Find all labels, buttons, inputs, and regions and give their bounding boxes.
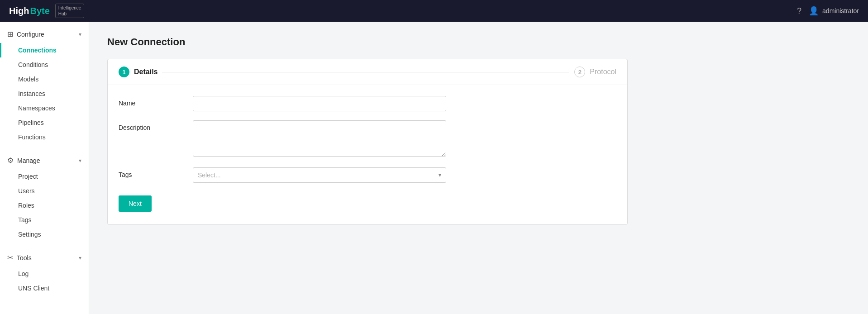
form-row-name: Name: [119, 96, 616, 111]
sidebar-item-tags[interactable]: Tags: [0, 213, 89, 227]
sidebar-item-connections[interactable]: Connections: [0, 43, 89, 57]
sidebar-section-tools: ✂ Tools ▾ Log UNS Client: [0, 245, 89, 299]
sidebar: ⊞ Configure ▾ Connections Conditions Mod…: [0, 22, 89, 314]
sidebar-item-settings[interactable]: Settings: [0, 227, 89, 242]
step1-badge: 1: [119, 67, 129, 77]
new-connection-form-card: 1 Details 2 Protocol Name: [107, 59, 628, 225]
form-steps-header: 1 Details 2 Protocol: [108, 59, 627, 85]
logo-byte: Byte: [30, 6, 49, 16]
step2-badge: 2: [574, 67, 585, 77]
tags-placeholder: Select...: [198, 171, 221, 179]
description-input[interactable]: [193, 120, 446, 157]
logo-tagline: Intelligence Hub: [55, 4, 85, 18]
sidebar-group-manage[interactable]: ⚙ Manage ▾: [0, 152, 89, 169]
sidebar-section-manage: ⚙ Manage ▾ Project Users Roles Tags Sett…: [0, 148, 89, 245]
manage-icon: ⚙: [7, 156, 14, 165]
sidebar-item-pipelines[interactable]: Pipelines: [0, 115, 89, 130]
sidebar-group-configure[interactable]: ⊞ Configure ▾: [0, 25, 89, 43]
sidebar-item-conditions[interactable]: Conditions: [0, 57, 89, 72]
name-input-wrap: [193, 96, 446, 111]
description-input-wrap: [193, 120, 446, 158]
configure-chevron-icon: ▾: [79, 31, 81, 38]
tags-label: Tags: [119, 167, 182, 178]
app-header: HighByte Intelligence Hub ? 👤 administra…: [0, 0, 868, 22]
logo: HighByte: [9, 6, 50, 16]
tags-select-wrapper: Select... ▾: [193, 167, 446, 183]
description-label: Description: [119, 120, 182, 131]
sidebar-item-roles[interactable]: Roles: [0, 198, 89, 213]
header-left: HighByte Intelligence Hub: [9, 4, 84, 18]
sidebar-item-uns-client[interactable]: UNS Client: [0, 281, 89, 295]
configure-icon: ⊞: [7, 30, 13, 38]
logo-high: High: [9, 6, 29, 16]
step-divider: [162, 72, 569, 72]
sidebar-item-models[interactable]: Models: [0, 72, 89, 86]
manage-chevron-icon: ▾: [79, 157, 81, 164]
next-button[interactable]: Next: [119, 195, 152, 212]
help-icon[interactable]: ?: [797, 6, 801, 16]
sidebar-item-log[interactable]: Log: [0, 266, 89, 281]
sidebar-item-namespaces[interactable]: Namespaces: [0, 101, 89, 115]
manage-label: Manage: [17, 157, 40, 164]
chevron-down-icon: ▾: [439, 172, 441, 178]
step2-label: Protocol: [590, 68, 616, 76]
header-right: ? 👤 administrator: [797, 6, 859, 16]
sidebar-group-tools[interactable]: ✂ Tools ▾: [0, 249, 89, 266]
sidebar-item-functions[interactable]: Functions: [0, 130, 89, 144]
sidebar-item-instances[interactable]: Instances: [0, 86, 89, 101]
username-label: administrator: [822, 7, 859, 14]
configure-label: Configure: [17, 31, 44, 38]
user-info[interactable]: 👤 administrator: [809, 6, 859, 16]
form-row-tags: Tags Select... ▾: [119, 167, 616, 183]
tools-icon: ✂: [7, 253, 13, 262]
name-label: Name: [119, 96, 182, 107]
tags-select[interactable]: Select... ▾: [193, 167, 446, 183]
step1-label: Details: [134, 68, 157, 76]
step1-group: 1 Details: [119, 67, 569, 77]
user-avatar-icon: 👤: [809, 6, 819, 16]
tools-label: Tools: [17, 254, 32, 262]
name-input[interactable]: [193, 96, 446, 111]
tools-chevron-icon: ▾: [79, 255, 81, 261]
sidebar-section-configure: ⊞ Configure ▾ Connections Conditions Mod…: [0, 22, 89, 148]
form-body: Name Description Tags: [108, 85, 627, 224]
sidebar-item-users[interactable]: Users: [0, 184, 89, 198]
form-row-description: Description: [119, 120, 616, 158]
main-content: New Connection 1 Details 2 Protocol Name: [89, 22, 868, 314]
sidebar-item-project[interactable]: Project: [0, 169, 89, 184]
step2-group: 2 Protocol: [574, 67, 616, 77]
page-title: New Connection: [107, 36, 850, 48]
